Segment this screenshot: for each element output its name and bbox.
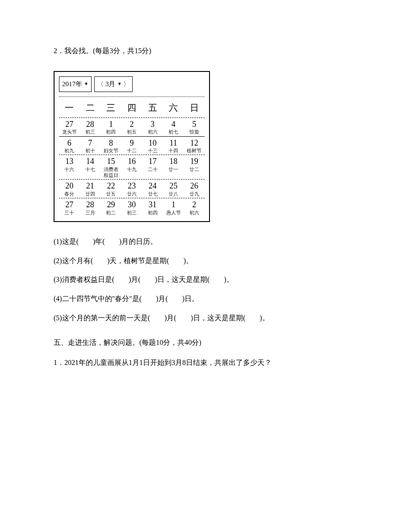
- q2-item-4: (4)二十四节气中的"春分"是( )月( )日。: [54, 293, 357, 306]
- calendar-row-1: 27龙头节 28初三 1初四 2初五 3初六 4初七 5惊蛰: [59, 118, 205, 137]
- day-cell: 7初十: [80, 137, 101, 155]
- section-5-title: 五、走进生活，解决问题。(每题10分，共40分): [54, 336, 357, 349]
- day-cell: 26廿九: [184, 180, 205, 198]
- day-cell: 27三十: [59, 198, 80, 217]
- q2-title: 2．我会找。(每题3分，共15分): [54, 45, 357, 58]
- weekday-sat: 六: [163, 97, 184, 117]
- day-cell: 22廿五: [101, 180, 122, 198]
- calendar-row-3: 13十六 14十七 15消费者 权益日 16十九 17二十 18廿一 19廿二: [59, 155, 205, 180]
- calendar-row-4: 20春分 21廿四 22廿五 23廿六 24廿七 25廿八 26廿九: [59, 180, 205, 198]
- weekday-row: 一 二 三 四 五 六 日: [59, 97, 205, 118]
- weekday-sun: 日: [184, 97, 205, 117]
- q2-item-3: (3)消费者权益日是( )月( )日，这天是星期( )。: [54, 273, 357, 286]
- weekday-thu: 四: [122, 97, 143, 117]
- day-cell: 23廿六: [122, 180, 143, 198]
- calendar-widget: 2017年 ▼ 〈 3月 ▼ 〉 一 二 三 四 五 六 日 27龙头节 28初…: [54, 71, 210, 222]
- day-cell: 21廿四: [80, 180, 101, 198]
- day-cell: 1初四: [101, 118, 122, 136]
- day-cell: 17二十: [142, 155, 163, 179]
- day-cell: 2初六: [184, 198, 205, 217]
- q2-item-1: (1)这是( )年( )月的日历。: [54, 235, 357, 248]
- day-cell: 28初三: [80, 118, 101, 136]
- day-cell: 10十三: [142, 137, 163, 155]
- day-cell: 1愚人节: [163, 198, 184, 217]
- day-cell: 5惊蛰: [184, 118, 205, 136]
- weekday-wed: 三: [101, 97, 122, 117]
- year-label: 2017年: [62, 78, 82, 90]
- chevron-left-icon: 〈: [97, 79, 104, 90]
- month-dropdown[interactable]: 〈 3月 ▼ 〉: [94, 76, 133, 92]
- calendar-row-5: 27三十 28三月 29初二 30初三 31初四 1愚人节 2初六: [59, 198, 205, 217]
- day-cell: 12植树节: [184, 137, 205, 155]
- section-5: 五、走进生活，解决问题。(每题10分，共40分) 1．2021年的儿童画展从1月…: [54, 336, 357, 369]
- day-cell: 15消费者 权益日: [101, 155, 122, 179]
- day-cell: 16十九: [122, 155, 143, 179]
- day-cell: 27龙头节: [59, 118, 80, 136]
- year-dropdown[interactable]: 2017年 ▼: [59, 76, 92, 92]
- day-cell: 4初七: [163, 118, 184, 136]
- day-cell: 29初二: [101, 198, 122, 217]
- calendar-grid: 一 二 三 四 五 六 日 27龙头节 28初三 1初四 2初五 3初六 4初七…: [59, 96, 205, 217]
- day-cell: 6初九: [59, 137, 80, 155]
- day-cell: 14十七: [80, 155, 101, 179]
- section-5-q1: 1．2021年的儿童画展从1月1日开始到3月8日结束，共展出了多少天？: [54, 356, 357, 369]
- calendar-header: 2017年 ▼ 〈 3月 ▼ 〉: [59, 76, 205, 92]
- day-cell: 9十二: [122, 137, 143, 155]
- calendar-row-2: 6初九 7初十 8妇女节 9十二 10十三 11十四 12植树节: [59, 137, 205, 155]
- weekday-fri: 五: [142, 97, 163, 117]
- chevron-down-icon: ▼: [117, 80, 122, 88]
- day-cell: 8妇女节: [101, 137, 122, 155]
- weekday-mon: 一: [59, 97, 80, 117]
- q2-item-5: (5)这个月的第一天的前一天是( )月( )日，这天是星期( )。: [54, 312, 357, 325]
- day-cell: 31初四: [142, 198, 163, 217]
- chevron-down-icon: ▼: [84, 80, 88, 88]
- weekday-tue: 二: [80, 97, 101, 117]
- day-cell: 24廿七: [142, 180, 163, 198]
- q2-subquestions: (1)这是( )年( )月的日历。 (2)这个月有( )天，植树节是星期( )。…: [54, 235, 357, 325]
- q2-item-2: (2)这个月有( )天，植树节是星期( )。: [54, 255, 357, 268]
- day-cell: 25廿八: [163, 180, 184, 198]
- day-cell: 2初五: [122, 118, 143, 136]
- day-cell: 18廿一: [163, 155, 184, 179]
- day-cell: 20春分: [59, 180, 80, 198]
- day-cell: 28三月: [80, 198, 101, 217]
- month-label: 3月: [105, 78, 116, 90]
- day-cell: 13十六: [59, 155, 80, 179]
- chevron-right-icon: 〉: [123, 79, 130, 90]
- day-cell: 11十四: [163, 137, 184, 155]
- day-cell: 19廿二: [184, 155, 205, 179]
- day-cell: 3初六: [142, 118, 163, 136]
- day-cell: 30初三: [122, 198, 143, 217]
